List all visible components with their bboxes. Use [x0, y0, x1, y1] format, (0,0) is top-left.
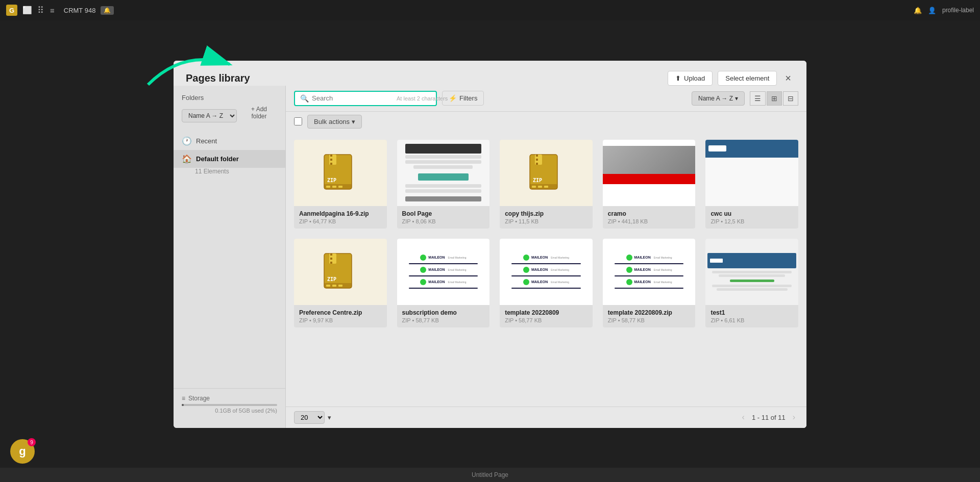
storage-icon: ≡	[182, 395, 185, 402]
file-thumbnail: MAILEON Email Marketing MAILEON Email Ma…	[397, 239, 490, 305]
file-card[interactable]: cramo ZIP • 441,18 KB	[603, 140, 696, 229]
per-page-select[interactable]: 20 50 100	[294, 411, 325, 424]
folders-label: Folders	[174, 94, 285, 106]
file-name: Preference Centre.zip	[299, 309, 382, 316]
modal-header: Pages library ⬆ Upload Select element ×	[174, 61, 806, 86]
storage-bar-fill	[182, 404, 184, 406]
search-box[interactable]: 🔍 At least 2 characters	[294, 91, 437, 106]
bulk-actions-button[interactable]: Bulk actions ▾	[307, 115, 362, 129]
sidebar-sort-select[interactable]: Name A → Z	[182, 109, 237, 122]
sidebar-item-default-folder[interactable]: 🏠 Default folder	[174, 150, 285, 168]
file-thumbnail	[705, 140, 798, 206]
file-info: test1 ZIP • 6,61 KB	[705, 305, 798, 327]
search-input[interactable]	[312, 94, 394, 102]
svg-rect-18	[532, 186, 536, 188]
file-name: test1	[710, 309, 793, 316]
file-card[interactable]: MAILEON Email Marketing MAILEON Email Ma…	[397, 239, 490, 327]
svg-rect-8	[326, 186, 330, 188]
prev-page-button[interactable]: ‹	[739, 412, 748, 423]
storage-bar-background	[182, 404, 277, 406]
file-card[interactable]: MAILEON Email Marketing MAILEON Email Ma…	[603, 239, 696, 327]
select-element-button[interactable]: Select element	[718, 71, 777, 86]
bulk-actions-bar: Bulk actions ▾	[286, 112, 806, 132]
sidebar-item-recent[interactable]: 🕐 Recent	[174, 132, 285, 150]
modal-overlay: Pages library ⬆ Upload Select element × …	[0, 20, 980, 468]
per-page-chevron: ▾	[328, 414, 331, 421]
grid-view-button[interactable]: ⊞	[767, 91, 782, 106]
sidebar: Folders Name A → Z + Add folder 🕐 Recent…	[174, 86, 286, 428]
monitor-icon: ⬜	[22, 6, 32, 15]
file-meta: ZIP • 8,06 KB	[402, 218, 485, 224]
file-thumbnail	[705, 239, 798, 305]
file-meta: ZIP • 6,61 KB	[710, 317, 793, 323]
files-grid: ZIP Aanmeldpagina 16-9.zip ZIP • 64,77 K…	[286, 132, 806, 407]
next-page-button[interactable]: ›	[790, 412, 798, 423]
file-name: Bool Page	[402, 210, 485, 217]
add-folder-button[interactable]: + Add folder	[241, 106, 277, 126]
upload-button[interactable]: ⬆ Upload	[668, 71, 713, 86]
file-card[interactable]: ZIP Aanmeldpagina 16-9.zip ZIP • 64,77 K…	[294, 140, 387, 229]
topbar-badge[interactable]: 🔔	[101, 6, 114, 15]
svg-rect-14	[536, 159, 538, 161]
file-info: copy thijs.zip ZIP • 11,5 KB	[500, 206, 593, 229]
file-thumbnail: ZIP	[294, 140, 387, 206]
topbar-user[interactable]: 👤	[928, 7, 936, 14]
per-page: 20 50 100 ▾	[294, 411, 331, 424]
modal: Pages library ⬆ Upload Select element × …	[174, 61, 806, 428]
svg-rect-19	[538, 186, 542, 188]
close-button[interactable]: ×	[782, 71, 794, 85]
file-card[interactable]: cwc uu ZIP • 12,5 KB	[705, 140, 798, 229]
search-icon: 🔍	[300, 94, 309, 103]
file-info: Aanmeldpagina 16-9.zip ZIP • 64,77 KB	[294, 206, 387, 229]
file-info: Bool Page ZIP • 8,06 KB	[397, 206, 490, 229]
modal-title: Pages library	[186, 72, 250, 84]
topbar-icon-1[interactable]: 🔔	[914, 7, 922, 14]
toolbar: 🔍 At least 2 characters ⚡ Filters Name A…	[286, 86, 806, 112]
large-grid-view-button[interactable]: ⊟	[783, 91, 798, 106]
file-info: cwc uu ZIP • 12,5 KB	[705, 206, 798, 229]
file-meta: ZIP • 58,77 KB	[402, 317, 485, 323]
file-thumbnail: ZIP	[500, 140, 593, 206]
svg-text:ZIP: ZIP	[327, 276, 336, 282]
svg-rect-1	[324, 155, 352, 189]
logo-icon[interactable]: G	[6, 5, 17, 16]
svg-rect-4	[330, 159, 332, 161]
folder-icon: 🏠	[182, 154, 192, 164]
file-thumbnail: ZIP	[294, 239, 387, 305]
svg-rect-10	[338, 186, 342, 188]
page-label: Untitled Page	[472, 471, 508, 478]
file-card[interactable]: ZIP copy thijs.zip ZIP • 11,5 KB	[500, 140, 593, 229]
sidebar-item-sub: 11 Elements	[174, 168, 285, 175]
file-card[interactable]: ZIP Preference Centre.zip ZIP • 9,97 KB	[294, 239, 387, 327]
file-info: cramo ZIP • 441,18 KB	[603, 206, 696, 229]
storage-text: 0.1GB of 5GB used (2%)	[182, 408, 277, 414]
file-card[interactable]: test1 ZIP • 6,61 KB	[705, 239, 798, 327]
svg-rect-29	[332, 285, 336, 287]
svg-rect-15	[536, 163, 538, 165]
select-all-checkbox[interactable]	[294, 117, 302, 125]
upload-icon: ⬆	[675, 74, 681, 82]
recent-icon: 🕐	[182, 136, 192, 146]
menu-icon: ≡	[50, 6, 55, 15]
file-name: copy thijs.zip	[505, 210, 587, 217]
file-card[interactable]: Bool Page ZIP • 8,06 KB	[397, 140, 490, 229]
filters-button[interactable]: ⚡ Filters	[442, 91, 484, 106]
svg-rect-3	[330, 155, 332, 157]
file-name: subscription demo	[402, 309, 485, 316]
svg-rect-5	[330, 163, 332, 165]
file-meta: ZIP • 58,77 KB	[505, 317, 587, 323]
file-name: template 20220809.zip	[608, 309, 691, 316]
avatar-badge[interactable]: g 9	[10, 439, 35, 464]
sort-button[interactable]: Name A → Z ▾	[692, 91, 745, 106]
bottombar: Untitled Page	[0, 468, 980, 482]
search-hint: At least 2 characters	[397, 95, 448, 102]
file-name: cramo	[608, 210, 691, 217]
dots-icon: ⠿	[37, 5, 45, 16]
file-name: cwc uu	[710, 210, 793, 217]
svg-rect-23	[330, 253, 332, 256]
svg-rect-28	[326, 285, 330, 287]
file-card[interactable]: MAILEON Email Marketing MAILEON Email Ma…	[500, 239, 593, 327]
sidebar-storage: ≡ Storage 0.1GB of 5GB used (2%)	[174, 388, 285, 420]
pagination-text: 1 - 11 of 11	[752, 414, 786, 421]
list-view-button[interactable]: ☰	[750, 91, 766, 106]
